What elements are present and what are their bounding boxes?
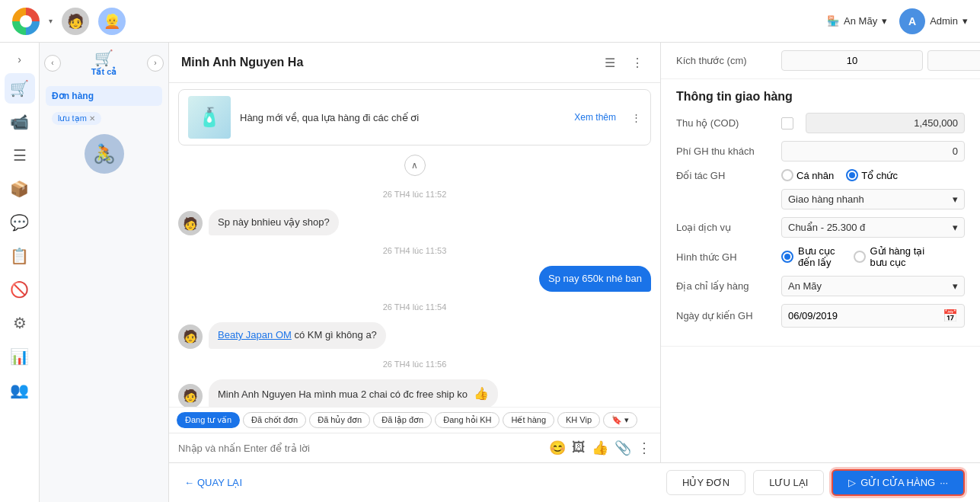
sidebar-item-chat[interactable]: 💬: [5, 207, 35, 238]
loai-dv-sub-select[interactable]: Chuẩn - 25.300 đ ▾: [781, 217, 965, 238]
dia-chi-value: An Mãy: [788, 280, 822, 292]
cancel-button[interactable]: HỦY ĐƠN: [666, 470, 745, 495]
avatar-2[interactable]: 👱: [98, 8, 126, 35]
product-image: 🧴: [188, 96, 231, 139]
scroll-up-btn[interactable]: ∧: [404, 155, 426, 176]
emoji-icon[interactable]: 😊: [549, 440, 566, 456]
doi-tac-label: Đối tác GH: [676, 170, 775, 181]
calendar-icon[interactable]: 📅: [943, 309, 958, 323]
sidebar-item-package[interactable]: 📦: [5, 174, 35, 204]
loai-dv-value: Giao hàng nhanh: [788, 193, 864, 205]
sidebar-item-ban[interactable]: 🚫: [5, 274, 35, 305]
save-button[interactable]: LƯU LẠI: [753, 470, 824, 495]
loai-dv-row1: Giao hàng nhanh ▾: [676, 189, 965, 209]
tag-dang-hoi-kh[interactable]: Đang hỏi KH: [435, 412, 500, 428]
sidebar-toggle[interactable]: ›: [9, 49, 30, 70]
doi-tac-ca-nhan[interactable]: Cá nhân: [781, 169, 834, 181]
sidebar-item-report[interactable]: 📋: [5, 241, 35, 271]
radio-gui-hang-circle: [854, 251, 866, 263]
user-avatar: A: [899, 8, 925, 34]
logo-chevron[interactable]: ▾: [49, 17, 53, 25]
kichthuoc-input-2[interactable]: [927, 50, 980, 71]
tag-dang-tu-van[interactable]: Đang tư vấn: [177, 412, 240, 428]
chat-area: Minh Anh Nguyen Ha ☰ ⋮ 🧴 Hàng mới về, qu…: [169, 43, 660, 462]
radio-buu-cuc-dot: [784, 254, 790, 260]
thu-ho-row: Thu hộ (COD): [676, 113, 965, 133]
ngay-du-kien-field[interactable]: 06/09/2019 📅: [781, 304, 965, 328]
hinh-thuc-options: Bưu cụcđến lấy Gửi hàng tạibưu cục: [781, 245, 924, 268]
thu-ho-checkbox[interactable]: [781, 117, 793, 129]
kichthuoc-input-1[interactable]: [781, 50, 923, 71]
send-label: GỬI CỬA HÀNG: [860, 477, 935, 488]
thu-ho-label: Thu hộ (COD): [676, 117, 775, 129]
radio-ca-nhan-circle: [781, 169, 793, 181]
msg-bubble-sp-này: Sp này bnhieu vậy shop?: [209, 209, 339, 235]
chat-header-list-btn[interactable]: ☰: [599, 52, 621, 73]
user-menu[interactable]: A Admin ▾: [899, 8, 968, 34]
sidebar-item-orders[interactable]: 🛒: [5, 73, 35, 104]
luu-tam-label: lưu tạm: [58, 114, 87, 123]
sidebar-item-settings[interactable]: ⚙: [5, 308, 35, 338]
app-logo[interactable]: [12, 8, 40, 35]
msg-avatar-left-1: 🧑: [178, 211, 203, 235]
chat-input[interactable]: [178, 443, 543, 454]
back-icon: ←: [184, 477, 194, 488]
avatar-1[interactable]: 🧑: [62, 8, 89, 35]
product-dots-btn[interactable]: ⋮: [631, 112, 641, 123]
store-selector[interactable]: 🏪 An Mãy ▾: [827, 15, 887, 27]
menu-item-don-hang[interactable]: Đơn hàng: [46, 86, 162, 106]
ngay-du-kien-value: 06/09/2019: [788, 310, 943, 321]
dia-chi-chevron: ▾: [953, 280, 958, 292]
tag-dropdown[interactable]: 🔖 ▾: [603, 412, 637, 428]
product-more-btn[interactable]: Xem thêm: [574, 112, 616, 123]
left-panel-prev[interactable]: ‹: [44, 55, 61, 72]
msg-bubble-650k: Sp nay 650k nhé ban: [539, 266, 651, 292]
beaty-link[interactable]: Beaty Japan OM: [218, 329, 292, 341]
menu-item-luu-tam[interactable]: lưu tạm ✕: [52, 112, 101, 125]
product-text: Hàng mới về, qua lựa hàng đi các chế ơi: [240, 112, 565, 123]
sidebar-item-video[interactable]: 📹: [5, 107, 35, 137]
loai-dv-select[interactable]: Giao hàng nhanh ▾: [781, 189, 965, 209]
tag-da-lap-don[interactable]: Đã lập đơn: [373, 412, 432, 428]
tag-da-chot-don[interactable]: Đã chốt đơn: [243, 412, 306, 428]
phi-gh-row: Phí GH thu khách: [676, 141, 965, 161]
radio-to-chuc-circle: [846, 169, 858, 181]
sidebar-item-list[interactable]: ☰: [5, 140, 35, 171]
right-panel: Kích thước (cm) Thông tin giao hàng Thu …: [660, 43, 980, 502]
loai-dv-chevron: ▾: [953, 193, 958, 205]
loai-dv-row2: Loại dịch vụ Chuẩn - 25.300 đ ▾: [676, 217, 965, 238]
sidebar-item-chart[interactable]: 📊: [5, 341, 35, 372]
left-panel-title: 🛒 Tất cả: [91, 49, 117, 77]
hinh-thuc-buu-cuc[interactable]: Bưu cụcđến lấy: [781, 245, 835, 268]
image-icon[interactable]: 🖼: [572, 440, 586, 456]
luu-tam-close[interactable]: ✕: [89, 114, 95, 123]
sidebar-item-contact[interactable]: 👥: [5, 375, 35, 405]
tag-kh-vip[interactable]: KH Vip: [557, 412, 600, 428]
left-panel: ‹ 🛒 Tất cả › Đơn hàng lưu tạm ✕ 🚴: [40, 43, 169, 502]
doi-tac-to-chuc[interactable]: Tổ chức: [846, 169, 898, 181]
like-input-icon[interactable]: 👍: [592, 440, 608, 456]
left-panel-next[interactable]: ›: [147, 55, 164, 72]
msg-avatar-left-3: 🧑: [178, 384, 203, 407]
tag-da-huy-don[interactable]: Đã hủy đơn: [309, 412, 370, 428]
dia-chi-select[interactable]: An Mãy ▾: [781, 276, 965, 296]
send-button[interactable]: ▷ GỬI CỬA HÀNG ···: [832, 469, 965, 496]
store-name: An Mãy: [844, 15, 877, 27]
chat-header: Minh Anh Nguyen Ha ☰ ⋮: [169, 43, 660, 83]
ngay-du-kien-label: Ngày dự kiến GH: [676, 310, 775, 321]
back-button[interactable]: ← QUAY LẠI: [184, 477, 242, 488]
thu-ho-input[interactable]: [806, 113, 965, 133]
tag-het-hang[interactable]: Hết hàng: [503, 412, 554, 428]
hinh-thuc-gui-hang[interactable]: Gửi hàng tạibưu cục: [854, 245, 925, 268]
left-panel-header: ‹ 🛒 Tất cả ›: [40, 43, 168, 83]
radio-ca-nhan-label: Cá nhân: [796, 170, 834, 181]
phi-gh-input[interactable]: [781, 141, 965, 161]
msg-row-freeship-q: 🧑 Minh Anh Nguyen Ha mình mua 2 chai có …: [178, 379, 651, 407]
chat-header-dots-btn[interactable]: ⋮: [627, 52, 648, 73]
more-input-icon[interactable]: ⋮: [637, 440, 651, 456]
msg-time-1153: 26 TH4 lúc 11:53: [178, 246, 651, 255]
msg-avatar-left-2: 🧑: [178, 325, 203, 349]
hinh-thuc-buu-cuc-label: Bưu cụcđến lấy: [798, 245, 835, 268]
attach-icon[interactable]: 📎: [614, 440, 631, 456]
msg-bubble-beaty: Beaty Japan OM có KM gì không a?: [209, 322, 386, 348]
